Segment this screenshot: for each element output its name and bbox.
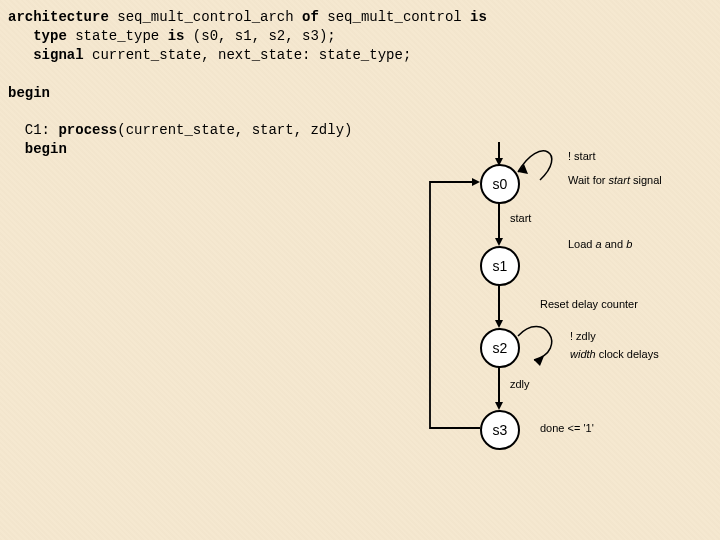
edge-s0-s1 [498,202,500,240]
edge-s1-s2-arrowhead [495,320,503,328]
line1: architecture seq_mult_control_arch of se… [8,9,487,25]
label-done: done <= '1' [540,422,594,434]
label-start: start [510,212,531,224]
line5: begin [8,85,50,101]
s2-self-loop [510,326,570,366]
line7: C1: process(current_state, start, zdly) [8,122,352,138]
edge-s2-s3-arrowhead [495,402,503,410]
s0-self-loop [510,144,570,184]
line8: begin [8,141,67,157]
label-width: width clock delays [570,348,659,360]
state-diagram: s0 ! start Wait for start signal start L… [410,138,710,538]
label-load: Load a and b [568,238,632,250]
line2: type state_type is (s0, s1, s2, s3); [8,28,336,44]
label-wait: Wait for start signal [568,174,662,186]
label-not-zdly: ! zdly [570,330,596,342]
edge-s0-s1-arrowhead [495,238,503,246]
label-not-start: ! start [568,150,596,162]
label-reset: Reset delay counter [540,298,638,310]
edge-s3-s0 [410,164,490,454]
line3: signal current_state, next_state: state_… [8,47,411,63]
label-zdly: zdly [510,378,530,390]
edge-s1-s2 [498,284,500,322]
vhdl-code-block: architecture seq_mult_control_arch of se… [8,8,487,159]
edge-s2-s3 [498,366,500,404]
svg-marker-2 [472,178,480,186]
